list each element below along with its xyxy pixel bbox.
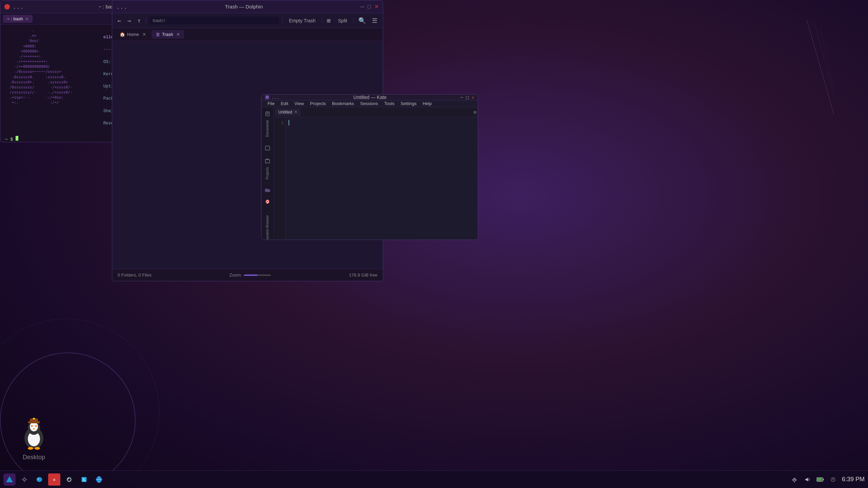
svg-point-14 [35, 447, 40, 450]
dolphin-forward-icon[interactable]: → [126, 16, 133, 25]
dolphin-tab-home-label: Home [127, 32, 139, 37]
dolphin-statusbar: 0 Folders, 0 Files Zoom: 176.9 GiB free [112, 269, 383, 281]
toolbar-separator-1 [146, 17, 146, 24]
dolphin-title-left: ... [116, 3, 127, 10]
empty-trash-button[interactable]: Empty Trash [286, 17, 318, 25]
kate-app-icon [265, 95, 270, 100]
svg-line-2 [821, 30, 834, 88]
dolphin-status-folders-files: 0 Folders, 0 Files [118, 272, 152, 278]
dolphin-maximize-icon[interactable]: □ [368, 4, 371, 10]
kate-split-icon[interactable]: ⊞ [474, 109, 476, 115]
kate-sidebar-folder-icon[interactable] [263, 185, 272, 195]
kate-minimize-icon[interactable]: ─ [460, 95, 463, 100]
kate-menu-view[interactable]: View [292, 100, 307, 107]
zoom-slider[interactable] [244, 274, 271, 276]
trash-icon: 🗑 [156, 32, 160, 37]
dolphin-tab-trash[interactable]: 🗑 Trash ✕ [152, 30, 184, 39]
kate-sidebar-projects-label: Projects [265, 166, 270, 181]
konsole-window-controls[interactable] [4, 4, 10, 9]
dolphin-back-icon[interactable]: ← [116, 16, 123, 25]
taskbar-kate-icon[interactable] [78, 473, 90, 486]
tray-battery-icon[interactable] [815, 475, 825, 484]
deco-lines [766, 20, 834, 122]
kate-tab-close[interactable]: ✕ [294, 110, 297, 114]
kate-sidebar-documents-label: Documents [265, 119, 270, 139]
kate-menu-help[interactable]: Help [420, 100, 434, 107]
desktop: Desktop Trash ... ~ : bash — Konsole ─ □… [0, 0, 868, 488]
kate-menu-file[interactable]: File [265, 100, 277, 107]
dolphin-up-icon[interactable]: ↑ [136, 16, 142, 25]
konsole-tab-bash[interactable]: ~ : bash ✕ [3, 15, 33, 23]
svg-point-35 [794, 481, 795, 482]
taskbar-tray [790, 475, 838, 484]
dolphin-menu-icon[interactable]: ☰ [371, 16, 379, 25]
kate-main-area: Documents Projects [261, 107, 478, 240]
toolbar-separator-2 [282, 17, 283, 24]
dolphin-close-icon[interactable]: ✕ [374, 3, 379, 10]
taskbar-browser-icon[interactable] [93, 473, 105, 486]
taskbar-close-icon[interactable]: ✕ [48, 473, 60, 486]
dolphin-tab-trash-close[interactable]: ✕ [176, 32, 180, 37]
dolphin-dots-menu[interactable]: ... [116, 3, 127, 10]
zoom-label: Zoom: [230, 272, 242, 278]
kate-dots-menu[interactable]: ... [272, 95, 279, 100]
kate-tab-bar: Untitled ✕ ⊞ [274, 107, 478, 117]
svg-line-1 [814, 20, 834, 108]
kate-sidebar-git-icon[interactable] [263, 197, 272, 206]
kate-menu-bookmarks[interactable]: Bookmarks [329, 100, 357, 107]
dolphin-search-icon[interactable]: 🔍 [357, 16, 367, 25]
kate-editor[interactable]: 1 [274, 117, 478, 240]
kate-restore-icon[interactable]: □ [466, 95, 469, 100]
kate-menu-settings[interactable]: Settings [398, 100, 419, 107]
kate-close-icon[interactable]: ✕ [472, 95, 474, 100]
kate-sidebar-projects-icon[interactable] [263, 156, 272, 166]
konsole-tab-close[interactable]: ✕ [25, 17, 28, 21]
tray-pin-icon[interactable] [828, 475, 838, 484]
dolphin-tab-home-close[interactable]: ✕ [142, 32, 146, 37]
taskbar-steam-icon[interactable] [63, 473, 75, 486]
split-icon[interactable]: ⊞ [326, 16, 332, 25]
kate-text-content[interactable] [286, 119, 478, 240]
kate-title-left: ... [265, 95, 279, 100]
kate-menu-edit[interactable]: Edit [278, 100, 291, 107]
text-cursor [289, 120, 289, 125]
dolphin-tab-home[interactable]: 🏠 Home ✕ [116, 30, 150, 39]
kate-menu-projects[interactable]: Projects [307, 100, 329, 107]
konsole-tab-label: ~ : bash [7, 16, 23, 21]
zoom-container: Zoom: [230, 272, 271, 278]
dolphin-titlebar: ... Trash — Dolphin ─ □ ✕ [112, 0, 383, 13]
svg-rect-15 [266, 96, 269, 99]
arch-logo: Desktop [7, 407, 61, 461]
kate-menubar: File Edit View Projects Bookmarks Sessio… [261, 100, 478, 107]
kate-tab-untitled[interactable]: Untitled ✕ [275, 108, 301, 116]
dolphin-minimize-icon[interactable]: ─ [360, 4, 364, 10]
svg-point-41 [833, 480, 833, 480]
taskbar-dolphin-icon[interactable] [33, 473, 45, 486]
konsole-dots-menu[interactable]: ... [13, 3, 24, 10]
taskbar-right: 6:39 PM [790, 475, 865, 484]
kate-sidebar-documents-icon[interactable] [263, 109, 272, 119]
dolphin-window-controls[interactable]: ─ □ ✕ [360, 3, 379, 10]
konsole-close-button[interactable] [4, 4, 10, 9]
taskbar-settings-icon[interactable] [18, 473, 31, 486]
kate-window: ... Untitled — Kate ─ □ ✕ File Edit View… [261, 94, 478, 240]
kate-menu-tools[interactable]: Tools [381, 100, 397, 107]
kate-menu-sessions[interactable]: Sessions [357, 100, 381, 107]
kate-sidebar-fs-label: Filesystem Browser [265, 214, 270, 240]
dolphin-toolbar: ← → ↑ trash:/ Empty Trash ⊞ Split 🔍 ☰ [112, 13, 383, 28]
home-icon: 🏠 [120, 32, 125, 37]
toolbar-separator-3 [322, 17, 322, 24]
tray-network-icon[interactable] [790, 475, 799, 484]
kate-sidebar-icon2[interactable] [263, 143, 272, 153]
svg-rect-16 [266, 112, 269, 116]
tray-volume-icon[interactable] [803, 475, 812, 484]
dolphin-location-bar[interactable]: trash:/ [150, 17, 279, 24]
svg-rect-37 [823, 479, 824, 481]
arch-logo-label: Desktop [23, 454, 45, 461]
split-button[interactable]: Split [335, 17, 350, 25]
taskbar-app-launcher[interactable] [3, 473, 16, 486]
toolbar-separator-4 [353, 17, 354, 24]
kate-window-title: Untitled — Kate [279, 95, 460, 100]
taskbar-left: ✕ [3, 473, 105, 486]
kate-window-controls[interactable]: ─ □ ✕ [460, 95, 474, 100]
